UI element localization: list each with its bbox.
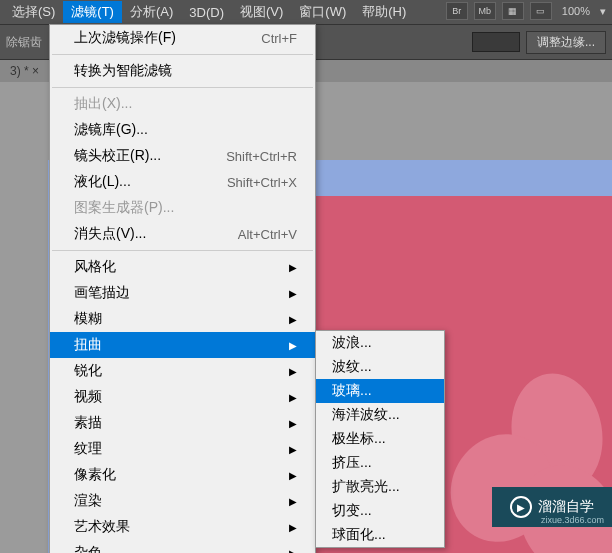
- menu-label: 扭曲: [74, 336, 102, 354]
- menu-sketch[interactable]: 素描▶: [50, 410, 315, 436]
- menu-label: 上次滤镜操作(F): [74, 29, 176, 47]
- watermark: ▶ 溜溜自学 zixue.3d66.com: [492, 487, 612, 527]
- menu-label: 液化(L)...: [74, 173, 131, 191]
- zoom-level[interactable]: 100%: [562, 5, 590, 17]
- menu-shortcut: Shift+Ctrl+R: [226, 149, 297, 164]
- top-icons: Br Mb ▦ ▭ 100% ▾: [446, 2, 606, 20]
- menu-render[interactable]: 渲染▶: [50, 488, 315, 514]
- chevron-right-icon: ▶: [289, 496, 297, 507]
- watermark-url: zixue.3d66.com: [541, 515, 604, 525]
- menu-label: 视频: [74, 388, 102, 406]
- menu-label: 切变...: [332, 502, 372, 520]
- menu-label: 像素化: [74, 466, 116, 484]
- menu-label: 极坐标...: [332, 430, 386, 448]
- menu-shortcut: Alt+Ctrl+V: [238, 227, 297, 242]
- menu-label: 素描: [74, 414, 102, 432]
- chevron-right-icon: ▶: [289, 444, 297, 455]
- grid-icon[interactable]: ▦: [502, 2, 524, 20]
- submenu-shear[interactable]: 切变...: [316, 499, 444, 523]
- menu-pattern[interactable]: 图案生成器(P)...: [50, 195, 315, 221]
- menu-separator: [52, 250, 313, 251]
- menu-artistic[interactable]: 艺术效果▶: [50, 514, 315, 540]
- menu-help[interactable]: 帮助(H): [354, 1, 414, 23]
- submenu-wave[interactable]: 波浪...: [316, 331, 444, 355]
- menu-view[interactable]: 视图(V): [232, 1, 291, 23]
- submenu-ripple[interactable]: 波纹...: [316, 355, 444, 379]
- menu-label: 波纹...: [332, 358, 372, 376]
- chevron-right-icon: ▶: [289, 418, 297, 429]
- br-icon[interactable]: Br: [446, 2, 468, 20]
- menu-label: 玻璃...: [332, 382, 372, 400]
- chevron-right-icon: ▶: [289, 522, 297, 533]
- chevron-right-icon: ▶: [289, 262, 297, 273]
- submenu-diffuse[interactable]: 扩散亮光...: [316, 475, 444, 499]
- menu-label: 扩散亮光...: [332, 478, 400, 496]
- screen-icon[interactable]: ▭: [530, 2, 552, 20]
- menu-vanish[interactable]: 消失点(V)... Alt+Ctrl+V: [50, 221, 315, 247]
- menu-label: 抽出(X)...: [74, 95, 132, 113]
- antialias-label: 除锯齿: [6, 34, 42, 51]
- menu-smart-filter[interactable]: 转换为智能滤镜: [50, 58, 315, 84]
- submenu-spherize[interactable]: 球面化...: [316, 523, 444, 547]
- menu-distort[interactable]: 扭曲▶: [50, 332, 315, 358]
- menu-label: 图案生成器(P)...: [74, 199, 174, 217]
- menu-label: 渲染: [74, 492, 102, 510]
- chevron-right-icon: ▶: [289, 548, 297, 554]
- chevron-right-icon: ▶: [289, 366, 297, 377]
- menu-label: 海洋波纹...: [332, 406, 400, 424]
- zoom-dropdown-icon[interactable]: ▾: [600, 5, 606, 18]
- menu-sharpen[interactable]: 锐化▶: [50, 358, 315, 384]
- menu-label: 镜头校正(R)...: [74, 147, 161, 165]
- menu-analyze[interactable]: 分析(A): [122, 1, 181, 23]
- menu-texture[interactable]: 纹理▶: [50, 436, 315, 462]
- distort-submenu: 波浪... 波纹... 玻璃... 海洋波纹... 极坐标... 挤压... 扩…: [315, 330, 445, 548]
- menu-brush[interactable]: 画笔描边▶: [50, 280, 315, 306]
- menu-stylize[interactable]: 风格化▶: [50, 254, 315, 280]
- menu-label: 纹理: [74, 440, 102, 458]
- toolbar-input[interactable]: [472, 32, 520, 52]
- menu-separator: [52, 87, 313, 88]
- chevron-right-icon: ▶: [289, 314, 297, 325]
- submenu-ocean[interactable]: 海洋波纹...: [316, 403, 444, 427]
- menu-label: 锐化: [74, 362, 102, 380]
- menu-label: 滤镜库(G)...: [74, 121, 148, 139]
- menu-label: 风格化: [74, 258, 116, 276]
- menu-label: 转换为智能滤镜: [74, 62, 172, 80]
- submenu-polar[interactable]: 极坐标...: [316, 427, 444, 451]
- menu-extract[interactable]: 抽出(X)...: [50, 91, 315, 117]
- chevron-right-icon: ▶: [289, 340, 297, 351]
- watermark-title: 溜溜自学: [538, 498, 594, 516]
- menu-liquify[interactable]: 液化(L)... Shift+Ctrl+X: [50, 169, 315, 195]
- menu-label: 模糊: [74, 310, 102, 328]
- menu-lens[interactable]: 镜头校正(R)... Shift+Ctrl+R: [50, 143, 315, 169]
- refine-edge-button[interactable]: 调整边缘...: [526, 31, 606, 54]
- menu-3d[interactable]: 3D(D): [181, 3, 232, 22]
- menu-label: 杂色: [74, 544, 102, 553]
- menu-blur[interactable]: 模糊▶: [50, 306, 315, 332]
- menu-label: 消失点(V)...: [74, 225, 146, 243]
- menu-pixelate[interactable]: 像素化▶: [50, 462, 315, 488]
- submenu-pinch[interactable]: 挤压...: [316, 451, 444, 475]
- menu-filter[interactable]: 滤镜(T): [63, 1, 122, 23]
- menu-label: 艺术效果: [74, 518, 130, 536]
- document-tab[interactable]: 3) * ×: [4, 62, 45, 80]
- filter-menu: 上次滤镜操作(F) Ctrl+F 转换为智能滤镜 抽出(X)... 滤镜库(G)…: [49, 24, 316, 553]
- chevron-right-icon: ▶: [289, 392, 297, 403]
- menu-video[interactable]: 视频▶: [50, 384, 315, 410]
- mb-icon[interactable]: Mb: [474, 2, 496, 20]
- submenu-glass[interactable]: 玻璃...: [316, 379, 444, 403]
- menu-gallery[interactable]: 滤镜库(G)...: [50, 117, 315, 143]
- menu-last-filter[interactable]: 上次滤镜操作(F) Ctrl+F: [50, 25, 315, 51]
- chevron-right-icon: ▶: [289, 288, 297, 299]
- menu-separator: [52, 54, 313, 55]
- menu-label: 画笔描边: [74, 284, 130, 302]
- menubar: 选择(S) 滤镜(T) 分析(A) 3D(D) 视图(V) 窗口(W) 帮助(H…: [0, 0, 612, 24]
- menu-label: 挤压...: [332, 454, 372, 472]
- menu-noise[interactable]: 杂色▶: [50, 540, 315, 553]
- menu-select[interactable]: 选择(S): [4, 1, 63, 23]
- menu-window[interactable]: 窗口(W): [291, 1, 354, 23]
- menu-shortcut: Ctrl+F: [261, 31, 297, 46]
- menu-label: 波浪...: [332, 334, 372, 352]
- chevron-right-icon: ▶: [289, 470, 297, 481]
- menu-shortcut: Shift+Ctrl+X: [227, 175, 297, 190]
